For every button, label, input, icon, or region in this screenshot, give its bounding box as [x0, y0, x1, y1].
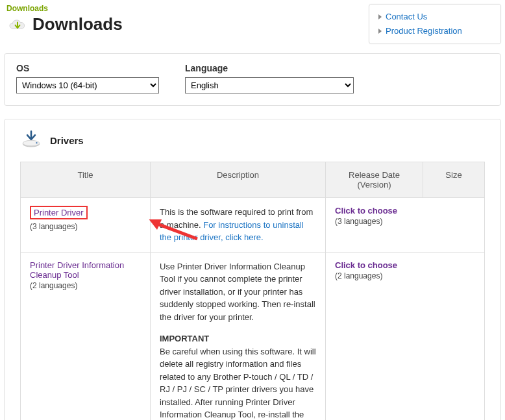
col-description: Description: [151, 162, 326, 198]
languages-note: (3 languages): [30, 222, 141, 231]
languages-note: (3 languages): [335, 217, 475, 226]
breadcrumb: Downloads: [6, 4, 123, 13]
page-title: Downloads: [32, 14, 123, 34]
link-label: Product Registration: [386, 24, 462, 38]
contact-us-link[interactable]: Contact Us: [378, 10, 491, 24]
description-text: Use Printer Driver Information Cleanup T…: [160, 260, 316, 324]
col-release: Release Date (Version): [326, 162, 423, 198]
downloads-table: Title Description Release Date (Version)…: [20, 162, 485, 420]
description-text: Be careful when using this software. It …: [160, 345, 316, 421]
printer-driver-link[interactable]: Printer Driver: [34, 208, 84, 217]
link-label: Contact Us: [386, 10, 427, 24]
annotation-highlight: Printer Driver: [30, 206, 88, 219]
col-size: Size: [423, 162, 485, 198]
table-row: Printer Driver (3 languages) This is the…: [21, 198, 485, 253]
product-registration-link[interactable]: Product Registration: [378, 24, 491, 38]
os-select[interactable]: Windows 10 (64-bit): [16, 77, 159, 93]
caret-right-icon: [378, 14, 382, 19]
languages-note: (2 languages): [30, 281, 141, 290]
drivers-section-title: Drivers: [50, 135, 84, 146]
table-row: Printer Driver Information Cleanup Tool …: [21, 252, 485, 420]
click-to-choose-link[interactable]: Click to choose: [335, 260, 397, 270]
cloud-download-icon: [6, 16, 29, 33]
language-label: Language: [185, 63, 354, 73]
cleanup-tool-link[interactable]: Printer Driver Information Cleanup Tool: [30, 260, 124, 280]
svg-point-2: [36, 142, 37, 143]
filters-panel: OS Windows 10 (64-bit) Language English: [4, 53, 501, 106]
driver-download-icon: [20, 130, 42, 151]
col-title: Title: [21, 162, 151, 198]
important-label: IMPORTANT: [160, 332, 316, 345]
drivers-panel: Drivers Title Description Release Date (…: [4, 119, 501, 420]
os-label: OS: [16, 63, 159, 73]
caret-right-icon: [378, 29, 382, 34]
language-select[interactable]: English: [185, 77, 354, 93]
languages-note: (2 languages): [335, 271, 475, 280]
side-links-box: Contact Us Product Registration: [369, 4, 501, 44]
click-to-choose-link[interactable]: Click to choose: [335, 206, 397, 216]
